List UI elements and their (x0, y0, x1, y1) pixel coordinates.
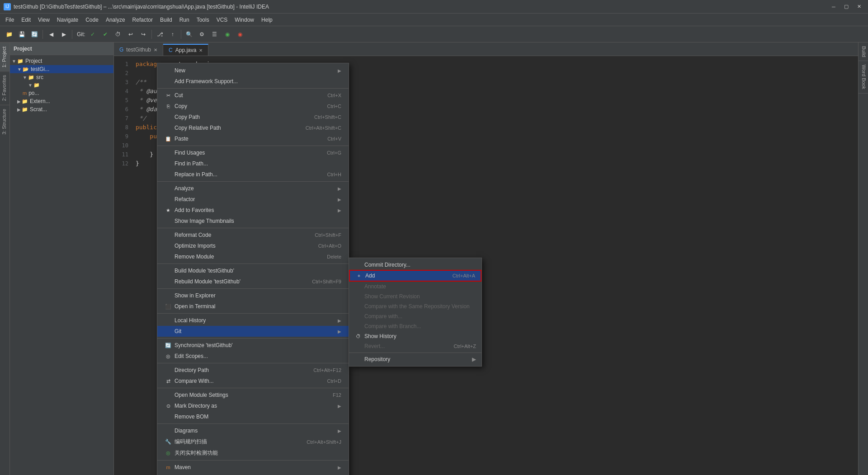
ctx-local-history[interactable]: Local History ▶ (157, 315, 349, 326)
toolbar-git-rollback-button[interactable]: ↩ (125, 29, 136, 40)
ctx-code-scan[interactable]: 🔧 编码规约扫描 Ctrl+Alt+Shift+J (157, 436, 349, 447)
minimize-button[interactable]: ─ (828, 2, 839, 11)
toolbar-push-button[interactable]: ↑ (167, 29, 178, 40)
ctx-add-to-favorites[interactable]: ★ Add to Favorites ▶ (157, 205, 349, 216)
context-menu-overlay[interactable]: New ▶ Add Framework Support... ✂ Cut Ctr… (114, 42, 858, 475)
ctx-open-terminal[interactable]: ⬛ Open in Terminal (157, 301, 349, 312)
ctx-show-image[interactable]: Show Image Thumbnails (157, 216, 349, 226)
toolbar-git-forward-button[interactable]: ↪ (138, 29, 149, 40)
ctx-reformat-shortcut: Ctrl+Shift+F (315, 232, 341, 238)
ctx-add-framework[interactable]: Add Framework Support... (157, 76, 349, 87)
tree-item-expand[interactable]: ▼ 📁 (10, 81, 113, 89)
ctx-refactor-label: Refactor (175, 196, 334, 202)
toolbar-plugin2-button[interactable]: ◉ (235, 29, 245, 40)
tree-item-external[interactable]: ▶ 📁 Extern... (10, 97, 113, 105)
ctx-edit-scopes[interactable]: ◎ Edit Scopes... (157, 351, 349, 362)
menu-help[interactable]: Help (258, 15, 276, 25)
menu-refactor[interactable]: Refactor (129, 15, 156, 25)
tree-item-m-po[interactable]: m po... (10, 89, 113, 97)
ctx-local-history-label: Local History (175, 317, 334, 324)
git-commit-directory[interactable]: Commit Directory... (349, 260, 481, 270)
maximize-button[interactable]: ▢ (841, 2, 852, 11)
tree-item-scratch[interactable]: ▶ 📁 Scrat... (10, 105, 113, 113)
ctx-synchronize[interactable]: 🔄 Synchronize 'testGithub' (157, 340, 349, 351)
ctx-copy-path[interactable]: Copy Path Ctrl+Shift+C (157, 112, 349, 122)
tool-tab-favorites[interactable]: 2: Favorites (0, 71, 9, 104)
menu-run[interactable]: Run (176, 15, 193, 25)
tool-tab-structure[interactable]: 3: Structure (0, 105, 9, 138)
close-button[interactable]: ✕ (854, 2, 864, 11)
toolbar-settings-button[interactable]: ⚙ (197, 29, 208, 40)
ctx-mark-directory[interactable]: ⊙ Mark Directory as ▶ (157, 400, 349, 411)
menu-code[interactable]: Code (82, 15, 102, 25)
git-repository[interactable]: Repository ▶ (349, 354, 481, 364)
tool-tab-wordbook[interactable]: Word Book (859, 61, 868, 93)
ctx-find-in-path-label: Find in Path... (175, 160, 341, 167)
menu-build[interactable]: Build (156, 15, 176, 25)
toolbar-open-button[interactable]: 📁 (4, 29, 14, 40)
toolbar-git-history-button[interactable]: ⏱ (113, 29, 123, 40)
project-panel: Project ▼ 📁 Project ▼ 📂 testGi... ▼ 📁 sr… (10, 42, 114, 475)
ctx-diagrams[interactable]: Diagrams ▶ (157, 425, 349, 436)
toolbar-plugin1-button[interactable]: ◉ (222, 29, 233, 40)
menu-window[interactable]: Window (231, 15, 258, 25)
toolbar-branch-button[interactable]: ⎇ (155, 29, 165, 40)
ctx-refactor[interactable]: Refactor ▶ (157, 194, 349, 205)
ctx-analyze[interactable]: Analyze ▶ (157, 183, 349, 194)
ctx-optimize-shortcut: Ctrl+Alt+O (318, 243, 341, 249)
tool-tab-build[interactable]: Build (859, 42, 868, 61)
module-settings-icon (165, 391, 172, 399)
ctx-build-module[interactable]: Build Module 'testGithub' (157, 265, 349, 276)
toolbar-forward-button[interactable]: ▶ (58, 29, 69, 40)
ctx-paste[interactable]: 📋 Paste Ctrl+V (157, 133, 349, 144)
ctx-rebuild-module[interactable]: Rebuild Module 'testGithub' Ctrl+Shift+F… (157, 276, 349, 287)
ctx-cut[interactable]: ✂ Cut Ctrl+X (157, 90, 349, 101)
ctx-open-module-settings[interactable]: Open Module Settings F12 (157, 390, 349, 400)
ctx-find-in-path[interactable]: Find in Path... (157, 158, 349, 169)
git-show-history[interactable]: ⏱ Show History (349, 331, 481, 341)
ctx-directory-path[interactable]: Directory Path Ctrl+Alt+F12 (157, 365, 349, 376)
ctx-rebuild-module-label: Rebuild Module 'testGithub' (175, 278, 305, 285)
ctx-find-usages[interactable]: Find Usages Ctrl+G (157, 147, 349, 158)
ctx-copy[interactable]: ⎘ Copy Ctrl+C (157, 101, 349, 112)
menu-analyze[interactable]: Analyze (102, 15, 129, 25)
ctx-new[interactable]: New ▶ (157, 65, 349, 76)
menu-view[interactable]: View (34, 15, 53, 25)
git-add[interactable]: + Add Ctrl+Alt+A (349, 270, 481, 282)
ctx-git[interactable]: Git ▶ (157, 326, 349, 337)
ctx-copy-relative[interactable]: Copy Relative Path Ctrl+Alt+Shift+C (157, 122, 349, 133)
menu-edit[interactable]: Edit (18, 15, 34, 25)
ctx-reformat[interactable]: Reformat Code Ctrl+Shift+F (157, 230, 349, 240)
ctx-compare-with[interactable]: ⇄ Compare With... Ctrl+D (157, 376, 349, 386)
tree-item-project[interactable]: ▼ 📁 Project (10, 57, 113, 65)
ctx-sep-1 (157, 88, 349, 89)
ctx-show-explorer[interactable]: Show in Explorer (157, 290, 349, 301)
menu-file[interactable]: File (2, 15, 18, 25)
toolbar-git-check-button[interactable]: ✓ (87, 29, 98, 40)
tree-item-src[interactable]: ▼ 📁 src (10, 73, 113, 81)
ctx-maven[interactable]: m Maven ▶ (157, 462, 349, 473)
ctx-replace-in-path[interactable]: Replace in Path... Ctrl+H (157, 169, 349, 180)
ctx-realtime-check[interactable]: ◎ 关闭实时检测功能 (157, 447, 349, 459)
ctx-show-explorer-label: Show in Explorer (175, 292, 341, 299)
ctx-copy-label: Copy (175, 103, 320, 109)
ctx-build-module-label: Build Module 'testGithub' (175, 268, 341, 274)
menu-vcs[interactable]: VCS (213, 15, 231, 25)
menu-navigate[interactable]: Navigate (53, 15, 82, 25)
directory-path-icon (165, 367, 172, 374)
ctx-remove-bom[interactable]: Remove BOM (157, 411, 349, 422)
toolbar-back-button[interactable]: ◀ (46, 29, 57, 40)
ctx-remove-module[interactable]: Remove Module Delete (157, 251, 349, 262)
toolbar-search-button[interactable]: 🔍 (184, 29, 195, 40)
ctx-create-gist[interactable]: ⊕ Create Gist... (157, 473, 349, 475)
tree-item-testgithub[interactable]: ▼ 📂 testGi... (10, 65, 113, 73)
copy-relative-icon (165, 124, 172, 132)
menu-tools[interactable]: Tools (193, 15, 213, 25)
toolbar-refresh-button[interactable]: 🔄 (29, 29, 40, 40)
toolbar-save-button[interactable]: 💾 (16, 29, 27, 40)
toolbar-more-button[interactable]: ☰ (209, 29, 220, 40)
toolbar-git-checkmark-button[interactable]: ✔ (100, 29, 111, 40)
tool-tab-project[interactable]: 1: Project (0, 42, 9, 71)
ctx-optimize-imports[interactable]: Optimize Imports Ctrl+Alt+O (157, 240, 349, 251)
ctx-code-scan-shortcut: Ctrl+Alt+Shift+J (307, 439, 341, 445)
